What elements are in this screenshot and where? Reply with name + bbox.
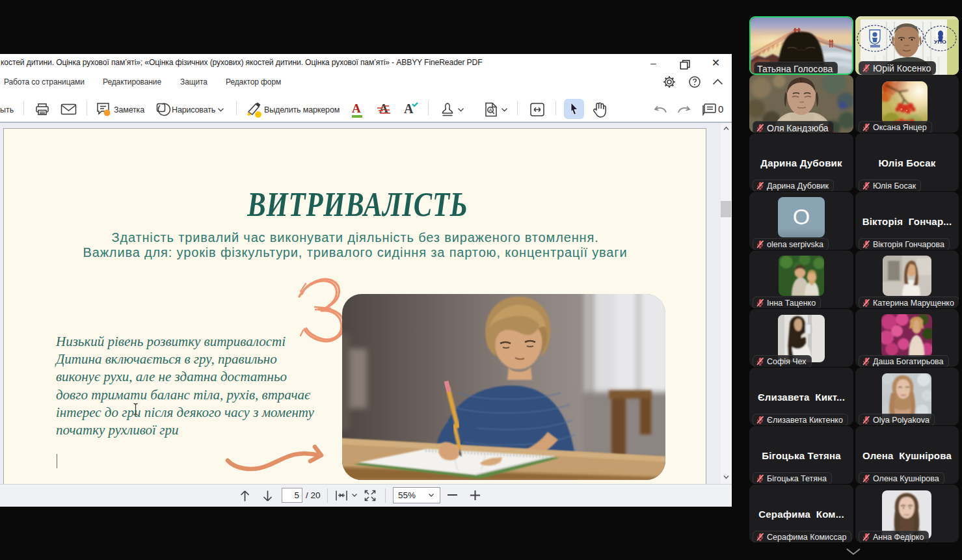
- svg-text:A: A: [404, 101, 414, 116]
- svg-text:УПО: УПО: [934, 39, 946, 45]
